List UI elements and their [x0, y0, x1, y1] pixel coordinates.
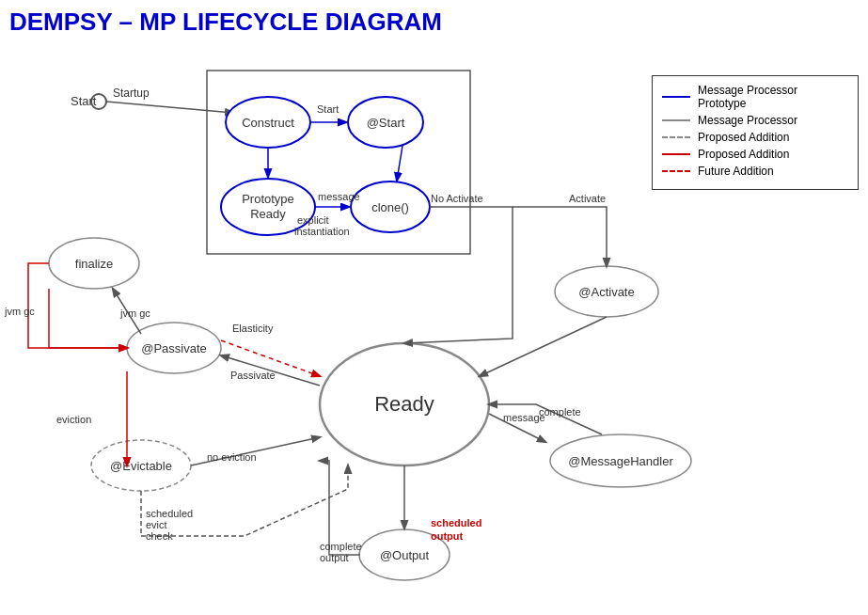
legend-label-4: Proposed Addition	[698, 148, 789, 161]
legend-item-5: Future Addition	[662, 165, 848, 178]
legend-line-gray-dashed	[662, 136, 690, 138]
svg-text:explicit: explicit	[297, 214, 329, 226]
svg-text:Activate: Activate	[569, 193, 606, 204]
svg-text:@Passivate: @Passivate	[141, 341, 207, 355]
svg-text:check: check	[146, 530, 173, 542]
svg-text:No Activate: No Activate	[431, 193, 483, 204]
svg-text:Ready: Ready	[374, 392, 434, 416]
legend-item-3: Proposed Addition	[662, 131, 848, 144]
svg-text:Start: Start	[317, 103, 339, 115]
legend-box: Message Processor Prototype Message Proc…	[652, 75, 859, 190]
svg-text:message: message	[318, 191, 360, 202]
svg-text:Prototype: Prototype	[242, 192, 294, 206]
svg-line-16	[397, 146, 402, 181]
svg-text:eviction: eviction	[56, 414, 91, 425]
legend-line-red-dashed	[662, 170, 690, 172]
svg-text:finalize: finalize	[75, 257, 113, 271]
svg-text:Start: Start	[71, 94, 97, 108]
svg-text:scheduled: scheduled	[146, 508, 193, 519]
svg-text:Startup: Startup	[113, 87, 150, 100]
svg-text:jvm gc: jvm gc	[4, 306, 35, 317]
svg-text:Elasticity: Elasticity	[232, 323, 274, 334]
svg-text:complete: complete	[539, 406, 581, 418]
legend-item-4: Proposed Addition	[662, 148, 848, 161]
legend-line-red	[662, 153, 690, 155]
svg-text:Ready: Ready	[250, 207, 286, 221]
legend-label-3: Proposed Addition	[698, 131, 789, 144]
legend-label-2: Message Processor	[698, 114, 797, 127]
legend-line-gray	[662, 119, 690, 121]
legend-item-2: Message Processor	[662, 114, 848, 127]
svg-text:@MessageHandler: @MessageHandler	[568, 454, 673, 468]
svg-text:output: output	[320, 552, 349, 563]
svg-text:@Evictable: @Evictable	[110, 459, 172, 473]
svg-text:jvm gc: jvm gc	[119, 308, 150, 319]
svg-text:Construct: Construct	[242, 116, 294, 130]
svg-text:@Output: @Output	[380, 548, 430, 562]
svg-text:scheduled: scheduled	[431, 517, 481, 528]
svg-text:evict: evict	[146, 519, 167, 530]
svg-text:complete: complete	[320, 541, 362, 552]
svg-text:clone(): clone()	[371, 200, 409, 214]
svg-text:instantiation: instantiation	[294, 226, 350, 237]
legend-label-5: Future Addition	[698, 165, 774, 178]
legend-item-1: Message Processor Prototype	[662, 84, 848, 110]
svg-text:Passivate: Passivate	[230, 370, 276, 381]
svg-line-29	[480, 317, 607, 376]
svg-text:@Start: @Start	[367, 116, 405, 130]
legend-label-1: Message Processor Prototype	[698, 84, 848, 110]
legend-line-blue	[662, 96, 690, 98]
svg-text:no eviction: no eviction	[207, 451, 257, 463]
svg-text:@Activate: @Activate	[578, 285, 634, 299]
svg-text:output: output	[431, 530, 464, 542]
svg-line-2	[106, 102, 233, 113]
